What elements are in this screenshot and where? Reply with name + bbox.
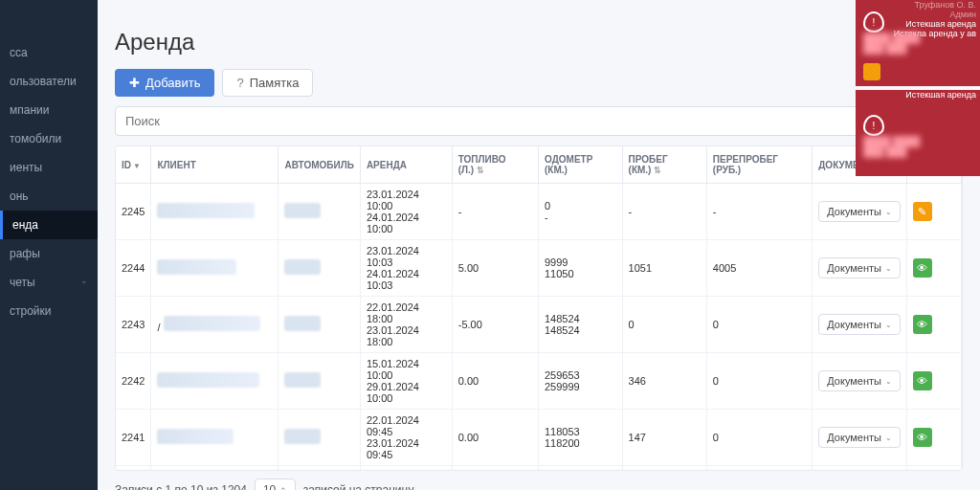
view-button[interactable]: 👁 [913, 258, 932, 278]
view-button[interactable]: 👁 [913, 371, 932, 390]
col-over[interactable]: ПЕРЕПРОБЕГ (РУБ.) [706, 146, 812, 184]
cell-over: 0 [706, 297, 812, 353]
sort-icon: ⇅ [654, 166, 661, 175]
rentals-table: ID▼ КЛИЕНТ АВТОМОБИЛЬ АРЕНДА ТОПЛИВО (Л.… [115, 145, 963, 471]
table-row[interactable]: 224523.01.2024 10:0024.01.2024 10:00-0--… [116, 184, 962, 240]
memo-button-label: Памятка [250, 76, 300, 90]
cell-odo: 259653259999 [539, 353, 623, 410]
toast-role: Админ [950, 10, 976, 19]
sidebar-item-0[interactable]: сса [0, 38, 98, 67]
cell-actions: 👁 [906, 410, 961, 466]
cell-actions: 👁 [906, 297, 961, 353]
cell-fuel: 5.00 [452, 240, 538, 297]
chevron-down-icon: ⌄ [885, 208, 892, 216]
documents-button[interactable]: Документы ⌄ [818, 257, 901, 278]
view-button[interactable]: 👁 [913, 428, 932, 447]
pencil-icon: ✎ [918, 206, 926, 218]
cell-docs: Документы ⌄ [813, 184, 907, 240]
col-id[interactable]: ID▼ [116, 146, 151, 184]
cell-id: 2245 [116, 184, 151, 240]
cell-client [151, 466, 278, 472]
documents-button[interactable]: Документы ⌄ [818, 314, 901, 335]
col-odo[interactable]: ОДОМЕТР (КМ.) [539, 146, 623, 184]
cell-id: 2244 [116, 240, 151, 297]
toast-title: Истекшая аренда [894, 19, 976, 29]
cell-fuel: -5.00 [452, 466, 538, 472]
toast-blurred-content: ████ ███████ ███ [863, 136, 972, 157]
shield-warning-icon: ! [863, 11, 884, 33]
sidebar-item-9[interactable]: стройки [0, 297, 98, 325]
cell-mileage: - [622, 184, 706, 240]
sidebar: ссаользователимпаниитомобилииентыоньенда… [0, 0, 98, 490]
edit-button[interactable]: ✎ [913, 202, 932, 221]
toolbar: ✚ Добавить ? Памятка [115, 69, 963, 97]
col-car[interactable]: АВТОМОБИЛЬ [278, 146, 360, 184]
table-row[interactable]: 224215.01.2024 10:0029.01.2024 10:000.00… [116, 353, 962, 410]
cell-car [278, 240, 360, 297]
cell-odo: 148524148524 [539, 297, 623, 353]
toast-action-button[interactable] [863, 63, 880, 80]
add-button-label: Добавить [145, 76, 200, 90]
add-button[interactable]: ✚ Добавить [115, 69, 214, 97]
col-mileage[interactable]: ПРОБЕГ (КМ.)⇅ [622, 146, 706, 184]
sidebar-item-7[interactable]: рафы [0, 239, 98, 268]
search-input[interactable] [115, 106, 963, 136]
sidebar-item-4[interactable]: иенты [0, 153, 98, 182]
cell-actions: 👁 [906, 353, 961, 410]
view-button[interactable]: 👁 [913, 315, 932, 334]
main-content: Аренда ✚ Добавить ? Памятка ID▼ КЛИЕНТ А… [98, 0, 980, 490]
col-fuel[interactable]: ТОПЛИВО (Л.)⇅ [452, 146, 538, 184]
shield-warning-icon: ! [863, 115, 884, 136]
cell-rent: 22.01.2024 18:0023.01.2024 18:00 [360, 297, 452, 353]
table-row[interactable]: 2243/ 22.01.2024 18:0023.01.2024 18:00-5… [116, 297, 962, 353]
toast-expired-rent[interactable]: Истекшая аренда ! ████ ███████ ███ [856, 90, 980, 176]
cell-fuel: 0.00 [452, 410, 538, 466]
sidebar-item-2[interactable]: мпании [0, 96, 98, 124]
documents-button[interactable]: Документы ⌄ [818, 370, 901, 391]
cell-car [278, 184, 360, 240]
documents-button[interactable]: Документы ⌄ [818, 427, 901, 448]
cell-over: 4005 [706, 240, 812, 297]
cell-over: 0 [706, 353, 812, 410]
cell-rent: 23.01.2024 10:0024.01.2024 10:00 [360, 184, 452, 240]
cell-actions: 👁 [906, 466, 961, 472]
table-row[interactable]: 224011.01.2024 10:0025.01.2024 10:00-5.0… [116, 466, 962, 472]
cell-id: 2240 [116, 466, 151, 472]
cell-docs: Документы ⌄ [813, 240, 907, 297]
col-client[interactable]: КЛИЕНТ [151, 146, 278, 184]
col-rent[interactable]: АРЕНДА [360, 146, 452, 184]
sidebar-item-6[interactable]: енда [0, 211, 98, 239]
cell-car [278, 297, 360, 353]
cell-fuel: -5.00 [452, 297, 538, 353]
eye-icon: 👁 [917, 319, 927, 330]
page-size-select[interactable]: 10 ⌃ [255, 479, 296, 490]
memo-button[interactable]: ? Памятка [222, 69, 313, 97]
cell-docs: Документы ⌄ [813, 297, 907, 353]
cell-mileage: 0 [622, 297, 706, 353]
cell-over: - [706, 184, 812, 240]
table-row[interactable]: 224122.01.2024 09:4523.01.2024 09:450.00… [116, 410, 962, 466]
cell-id: 2242 [116, 353, 151, 410]
pager: Записи с 1 по 10 из 1204 10 ⌃ записей на… [115, 479, 963, 490]
sidebar-item-1[interactable]: ользователи [0, 67, 98, 96]
toast-expired-rent[interactable]: Труфанов О. В. Админ Истекшая аренда Ист… [856, 0, 980, 86]
sidebar-item-3[interactable]: томобили [0, 124, 98, 153]
documents-button[interactable]: Документы ⌄ [818, 201, 901, 222]
table-row[interactable]: 224423.01.2024 10:0324.01.2024 10:035.00… [116, 240, 962, 297]
toast-user: Труфанов О. В. [894, 0, 976, 10]
pager-label: записей на страницу [303, 483, 414, 490]
cell-docs: Документы ⌄ [813, 353, 907, 410]
cell-actions: ✎ [906, 184, 961, 240]
sidebar-item-5[interactable]: онь [0, 182, 98, 211]
toast-blurred-content: ████ ███████ ███ [863, 33, 972, 54]
cell-rent: 15.01.2024 10:0029.01.2024 10:00 [360, 353, 452, 410]
plus-icon: ✚ [129, 76, 140, 90]
sidebar-item-8[interactable]: четы⌄ [0, 268, 98, 297]
cell-odo: 999911050 [539, 240, 623, 297]
sort-desc-icon: ▼ [133, 162, 141, 170]
cell-client [151, 184, 278, 240]
cell-id: 2243 [116, 297, 151, 353]
cell-fuel: - [452, 184, 538, 240]
cell-odo: 0- [539, 184, 623, 240]
cell-mileage: 11145 [622, 466, 706, 472]
